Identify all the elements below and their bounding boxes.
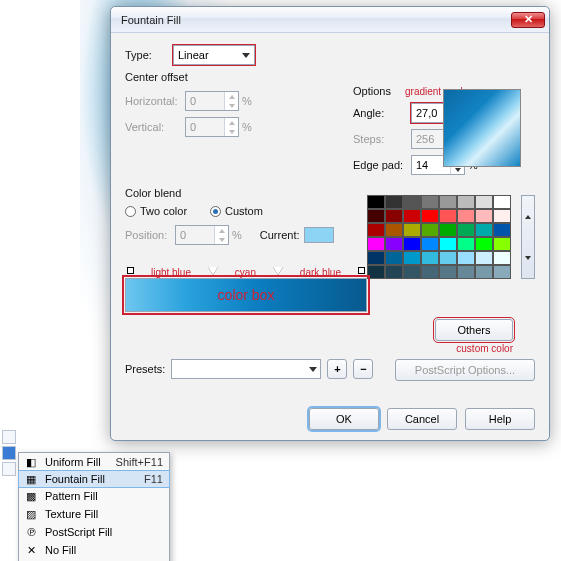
color-swatch[interactable]: [385, 195, 403, 209]
color-swatch[interactable]: [403, 209, 421, 223]
presets-label: Presets:: [125, 363, 165, 375]
color-swatch[interactable]: [367, 251, 385, 265]
scroll-up-icon: [525, 215, 531, 219]
color-swatch[interactable]: [439, 265, 457, 279]
pct-1: %: [242, 95, 252, 107]
marker-mid1[interactable]: [208, 267, 218, 275]
fill-context-menu: ◧Uniform FillShift+F11▦Fountain FillF11▩…: [18, 452, 170, 561]
color-swatch[interactable]: [439, 237, 457, 251]
preset-add-button[interactable]: +: [327, 359, 347, 379]
horizontal-spinner: [185, 91, 239, 111]
close-button[interactable]: ✕: [511, 12, 545, 28]
color-swatch[interactable]: [493, 195, 511, 209]
menu-item-texture[interactable]: ▨Texture Fill: [19, 505, 169, 523]
color-swatch[interactable]: [367, 237, 385, 251]
color-swatch[interactable]: [493, 237, 511, 251]
side-toolbar: [2, 430, 18, 478]
color-swatch[interactable]: [385, 209, 403, 223]
up-icon: [229, 95, 235, 99]
tool-3[interactable]: [2, 462, 16, 476]
current-label: Current:: [260, 229, 300, 241]
color-swatch[interactable]: [385, 223, 403, 237]
color-swatch[interactable]: [439, 209, 457, 223]
options-label: Options: [353, 85, 405, 97]
color-swatch[interactable]: [475, 209, 493, 223]
color-swatch[interactable]: [367, 223, 385, 237]
presets-select[interactable]: [171, 359, 321, 379]
color-swatch[interactable]: [421, 209, 439, 223]
color-swatch[interactable]: [403, 223, 421, 237]
color-swatch[interactable]: [439, 223, 457, 237]
tool-1[interactable]: [2, 430, 16, 444]
color-swatch[interactable]: [421, 195, 439, 209]
color-swatch[interactable]: [493, 223, 511, 237]
custom-radio[interactable]: [210, 206, 221, 217]
menu-item-uniform[interactable]: ◧Uniform FillShift+F11: [19, 453, 169, 471]
menu-item-none[interactable]: ✕No Fill: [19, 541, 169, 559]
color-swatch[interactable]: [493, 209, 511, 223]
tool-2[interactable]: [2, 446, 16, 460]
color-swatch[interactable]: [475, 195, 493, 209]
pct-2: %: [242, 121, 252, 133]
preset-remove-button[interactable]: −: [353, 359, 373, 379]
ok-button[interactable]: OK: [309, 408, 379, 430]
color-swatch[interactable]: [421, 251, 439, 265]
twocolor-label: Two color: [140, 205, 210, 217]
color-swatch[interactable]: [421, 223, 439, 237]
color-swatch[interactable]: [403, 251, 421, 265]
type-select[interactable]: Linear: [173, 45, 255, 65]
color-swatch[interactable]: [385, 265, 403, 279]
color-swatch[interactable]: [457, 251, 475, 265]
menu-item-label: Uniform Fill: [45, 456, 101, 468]
color-swatch[interactable]: [385, 251, 403, 265]
menu-item-fountain[interactable]: ▦Fountain FillF11: [18, 470, 170, 488]
marker-start[interactable]: [127, 267, 134, 274]
down-icon: [229, 130, 235, 134]
chevron-down-icon: [309, 367, 317, 372]
titlebar[interactable]: Fountain Fill ✕: [111, 7, 549, 33]
menu-item-postscript[interactable]: ℗PostScript Fill: [19, 523, 169, 541]
ann-customcolor: custom color: [456, 343, 513, 354]
color-swatch[interactable]: [439, 251, 457, 265]
dialog-buttons: OK Cancel Help: [309, 408, 535, 430]
color-swatch[interactable]: [475, 237, 493, 251]
help-button[interactable]: Help: [465, 408, 535, 430]
color-swatch[interactable]: [475, 251, 493, 265]
menu-item-pattern[interactable]: ▩Pattern Fill: [19, 487, 169, 505]
color-swatch[interactable]: [457, 195, 475, 209]
horizontal-label: Horizontal:: [125, 95, 185, 107]
palette-scrollbar[interactable]: [521, 195, 535, 279]
color-swatch[interactable]: [475, 223, 493, 237]
gradient-bar[interactable]: color box: [125, 278, 367, 312]
others-button[interactable]: Others: [435, 319, 513, 341]
scroll-down-icon: [525, 256, 531, 260]
up-icon: [229, 121, 235, 125]
postscript-options-button: PostScript Options...: [395, 359, 535, 381]
color-swatch[interactable]: [403, 195, 421, 209]
color-swatch[interactable]: [439, 195, 457, 209]
color-swatch[interactable]: [367, 195, 385, 209]
color-swatch[interactable]: [493, 265, 511, 279]
color-swatch[interactable]: [421, 265, 439, 279]
cancel-button[interactable]: Cancel: [387, 408, 457, 430]
color-swatch[interactable]: [421, 237, 439, 251]
color-swatch[interactable]: [457, 265, 475, 279]
marker-mid2[interactable]: [273, 267, 283, 275]
twocolor-radio[interactable]: [125, 206, 136, 217]
color-swatch[interactable]: [403, 237, 421, 251]
color-swatch[interactable]: [367, 265, 385, 279]
color-swatch[interactable]: [403, 265, 421, 279]
color-swatch[interactable]: [367, 209, 385, 223]
horizontal-input: [186, 92, 224, 110]
color-swatch[interactable]: [457, 209, 475, 223]
texture-icon: ▨: [23, 507, 39, 521]
color-swatch[interactable]: [457, 223, 475, 237]
position-label: Position:: [125, 229, 175, 241]
color-swatch[interactable]: [457, 237, 475, 251]
color-swatch[interactable]: [475, 265, 493, 279]
marker-end[interactable]: [358, 267, 365, 274]
postscript-icon: ℗: [23, 525, 39, 539]
color-swatch[interactable]: [385, 237, 403, 251]
color-swatch[interactable]: [493, 251, 511, 265]
uniform-icon: ◧: [23, 455, 39, 469]
